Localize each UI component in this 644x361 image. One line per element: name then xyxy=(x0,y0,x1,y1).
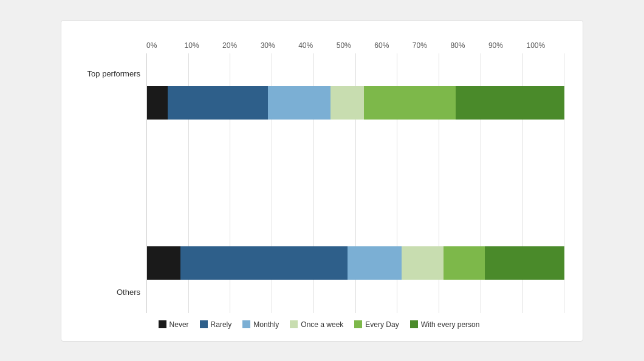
legend-label: Never xyxy=(170,320,189,329)
legend-item: Every Day xyxy=(354,320,399,329)
bar-segment-rarely xyxy=(168,86,268,120)
legend-label: Rarely xyxy=(211,320,232,329)
legend-label: Every Day xyxy=(365,320,399,329)
legend-swatch xyxy=(410,320,418,328)
legend-label: Once a week xyxy=(301,320,343,329)
legend-item: Rarely xyxy=(200,320,232,329)
x-axis-label: 10% xyxy=(185,41,223,50)
bar-segment-with-every-person xyxy=(456,86,564,120)
bar-segment-never xyxy=(147,246,180,280)
x-axis-label: 20% xyxy=(222,41,261,50)
y-labels: Top performersOthers xyxy=(74,53,146,313)
bar-row xyxy=(147,213,564,313)
chart-area: 0%10%20%30%40%50%60%70%80%90%100% Top pe… xyxy=(74,41,564,329)
chart-container: 0%10%20%30%40%50%60%70%80%90%100% Top pe… xyxy=(61,20,583,342)
y-label: Others xyxy=(74,288,140,297)
bar-track xyxy=(147,246,564,280)
legend: NeverRarelyMonthlyOnce a weekEvery DayWi… xyxy=(74,320,564,329)
x-axis-label: 30% xyxy=(261,41,299,50)
bar-segment-every-day xyxy=(364,86,456,120)
legend-swatch xyxy=(159,320,166,328)
x-axis-label: 40% xyxy=(298,41,337,50)
bar-row xyxy=(147,53,564,154)
x-axis-label: 0% xyxy=(146,41,185,50)
chart-body: Top performersOthers xyxy=(74,53,564,313)
legend-swatch xyxy=(242,320,250,328)
bar-segment-monthly xyxy=(348,246,402,280)
legend-swatch xyxy=(354,320,362,328)
x-axis-label: 70% xyxy=(413,41,451,50)
legend-item: Never xyxy=(159,320,189,329)
y-label: Top performers xyxy=(74,69,140,78)
y-spacer xyxy=(74,110,140,255)
bars-area xyxy=(146,53,564,313)
x-axis-label: 100% xyxy=(526,41,564,50)
bar-segment-rarely xyxy=(180,246,348,280)
bar-segment-with-every-person xyxy=(485,246,564,280)
bar-track xyxy=(147,86,564,120)
bar-segment-once-a-week xyxy=(331,86,364,120)
legend-swatch xyxy=(200,320,208,328)
x-axis-label: 90% xyxy=(488,41,527,50)
legend-swatch xyxy=(290,320,298,328)
legend-label: Monthly xyxy=(253,320,279,329)
x-axis: 0%10%20%30%40%50%60%70%80%90%100% xyxy=(146,41,564,50)
x-axis-label: 80% xyxy=(450,41,488,50)
bar-segment-once-a-week xyxy=(402,246,444,280)
bar-segment-every-day xyxy=(444,246,485,280)
bar-segment-never xyxy=(147,86,168,120)
legend-item: Once a week xyxy=(290,320,343,329)
legend-item: Monthly xyxy=(242,320,279,329)
legend-item: With every person xyxy=(410,320,480,329)
x-axis-label: 50% xyxy=(337,41,375,50)
bar-segment-monthly xyxy=(268,86,331,120)
legend-label: With every person xyxy=(421,320,480,329)
bar-spacer xyxy=(147,153,564,213)
x-axis-label: 60% xyxy=(374,41,413,50)
